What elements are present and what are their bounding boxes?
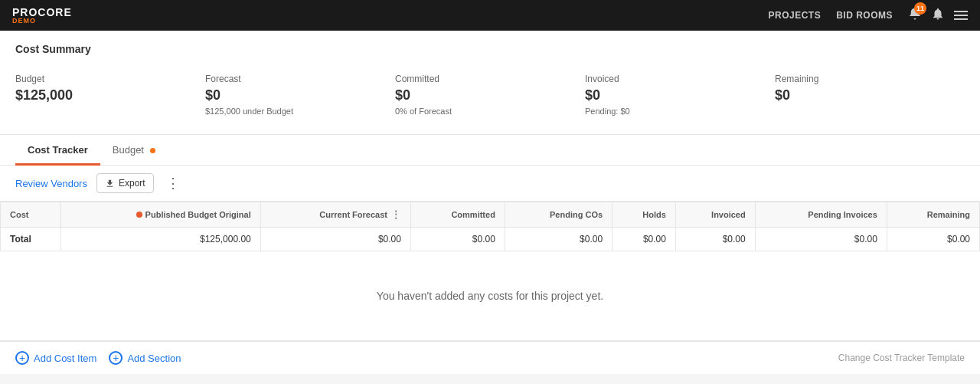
more-options-button[interactable]: ⋮ bbox=[163, 175, 183, 192]
nav-right: PROJECTS BID ROOMS 11 bbox=[768, 7, 968, 24]
col-published-budget: Published Budget Original bbox=[60, 202, 260, 228]
add-section-button[interactable]: + Add Section bbox=[109, 351, 181, 365]
budget-tab-dot bbox=[150, 148, 155, 153]
committed-value: $0 bbox=[395, 87, 570, 103]
invoiced-card: Invoiced $0 Pending: $0 bbox=[585, 67, 775, 122]
notification-badge: 11 bbox=[914, 2, 926, 15]
footer-actions: + Add Cost Item + Add Section bbox=[15, 351, 181, 365]
total-pending-cos: $0.00 bbox=[505, 228, 612, 251]
cost-summary-cards: Budget $125,000 Forecast $0 $125,000 und… bbox=[15, 67, 965, 122]
invoiced-value: $0 bbox=[585, 87, 760, 103]
remaining-card: Remaining $0 bbox=[775, 67, 965, 122]
logo: PROCORE DEMO bbox=[12, 6, 72, 25]
tabs: Cost Tracker Budget bbox=[15, 135, 965, 165]
hamburger-menu[interactable] bbox=[954, 11, 968, 20]
export-button[interactable]: Export bbox=[96, 173, 154, 193]
total-label: Total bbox=[1, 228, 61, 251]
committed-card: Committed $0 0% of Forecast bbox=[395, 67, 585, 122]
total-committed: $0.00 bbox=[410, 228, 505, 251]
toolbar: Review Vendors Export ⋮ bbox=[0, 166, 980, 202]
invoiced-sub: Pending: $0 bbox=[585, 107, 760, 116]
col-pending-cos: Pending COs bbox=[505, 202, 612, 228]
empty-state: You haven't added any costs for this pro… bbox=[0, 251, 980, 341]
table-header-row: Cost Published Budget Original Current F… bbox=[1, 202, 980, 228]
cost-summary-section: Cost Summary Budget $125,000 Forecast $0… bbox=[0, 31, 980, 135]
nav-icons: 11 bbox=[908, 7, 968, 24]
col-pending-invoices: Pending Invoices bbox=[755, 202, 887, 228]
budget-label: Budget bbox=[15, 74, 190, 84]
total-remaining: $0.00 bbox=[887, 228, 979, 251]
col-remaining: Remaining bbox=[887, 202, 979, 228]
projects-link[interactable]: PROJECTS bbox=[768, 10, 821, 21]
add-cost-item-icon: + bbox=[15, 351, 29, 365]
export-icon bbox=[105, 179, 115, 189]
committed-label: Committed bbox=[395, 74, 570, 84]
tab-cost-tracker[interactable]: Cost Tracker bbox=[15, 135, 100, 166]
remaining-label: Remaining bbox=[775, 74, 949, 84]
add-section-icon: + bbox=[109, 351, 122, 365]
col-holds: Holds bbox=[612, 202, 676, 228]
cost-summary-title: Cost Summary bbox=[15, 43, 965, 55]
col-cost: Cost bbox=[1, 202, 61, 228]
forecast-column-menu-icon[interactable]: ⋮ bbox=[390, 208, 401, 221]
col-current-forecast: Current Forecast ⋮ bbox=[260, 202, 410, 228]
invoiced-label: Invoiced bbox=[585, 74, 760, 84]
total-current-forecast: $0.00 bbox=[260, 228, 410, 251]
change-template-link[interactable]: Change Cost Tracker Template bbox=[838, 353, 965, 363]
col-committed: Committed bbox=[410, 202, 505, 228]
total-pending-invoices: $0.00 bbox=[755, 228, 887, 251]
top-navigation: PROCORE DEMO PROJECTS BID ROOMS 11 bbox=[0, 0, 980, 31]
forecast-value: $0 bbox=[205, 87, 380, 103]
forecast-label: Forecast bbox=[205, 74, 380, 84]
col-invoiced: Invoiced bbox=[675, 202, 755, 228]
forecast-card: Forecast $0 $125,000 under Budget bbox=[205, 67, 395, 122]
budget-card: Budget $125,000 bbox=[15, 67, 205, 122]
notifications-icon[interactable]: 11 bbox=[908, 7, 922, 24]
add-cost-item-button[interactable]: + Add Cost Item bbox=[15, 351, 96, 365]
total-row: Total $125,000.00 $0.00 $0.00 $0.00 $0.0… bbox=[1, 228, 980, 251]
budget-value: $125,000 bbox=[15, 87, 190, 103]
tabs-section: Cost Tracker Budget bbox=[0, 135, 980, 166]
published-budget-dot bbox=[136, 212, 142, 218]
logo-demo: DEMO bbox=[12, 17, 72, 25]
total-holds: $0.00 bbox=[612, 228, 676, 251]
remaining-value: $0 bbox=[775, 87, 949, 103]
tab-budget[interactable]: Budget bbox=[100, 135, 168, 166]
committed-sub: 0% of Forecast bbox=[395, 107, 570, 116]
review-vendors-link[interactable]: Review Vendors bbox=[15, 178, 87, 189]
table-footer: + Add Cost Item + Add Section Change Cos… bbox=[0, 341, 980, 374]
table-section: Cost Published Budget Original Current F… bbox=[0, 202, 980, 341]
forecast-sub: $125,000 under Budget bbox=[205, 107, 380, 116]
cost-tracker-table: Cost Published Budget Original Current F… bbox=[0, 202, 980, 251]
total-invoiced: $0.00 bbox=[675, 228, 755, 251]
bid-rooms-link[interactable]: BID ROOMS bbox=[836, 10, 893, 21]
total-published-budget: $125,000.00 bbox=[60, 228, 260, 251]
bell-icon[interactable] bbox=[931, 7, 945, 24]
